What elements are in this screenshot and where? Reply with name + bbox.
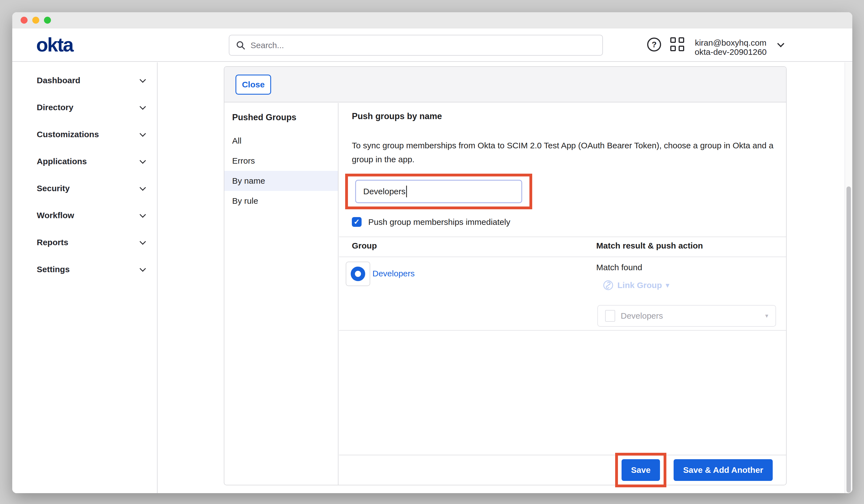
browser-window: okta ? kiran@boxyhq.com okta-dev-2090126… [12,12,852,493]
chevron-down-icon[interactable] [777,40,784,47]
minimize-window-icon[interactable] [32,17,39,24]
sidebar-item-reports[interactable]: Reports [12,229,157,256]
app-group-icon [605,310,615,322]
panel-header: Close [224,67,786,103]
pushed-groups-title: Pushed Groups [232,112,297,122]
chevron-down-icon [140,130,146,137]
pushed-groups-list: All Errors By name By rule [224,131,338,211]
sidebar-nav: Dashboard Directory Customizations Appli… [12,62,158,493]
push-groups-panel: Close Pushed Groups All Errors By name B… [224,66,787,485]
nav-item-by-rule[interactable]: By rule [224,191,338,211]
grid-square [670,46,676,51]
grid-square [679,37,684,43]
sidebar-item-customizations[interactable]: Customizations [12,121,157,148]
apps-grid-icon[interactable] [670,37,685,52]
app-body: Dashboard Directory Customizations Appli… [12,62,852,493]
push-immediately-label: Push group memberships immediately [368,217,510,227]
chevron-down-icon [140,76,146,83]
sidebar-item-label: Applications [37,157,87,166]
sidebar-item-security[interactable]: Security [12,175,157,202]
global-search[interactable] [229,35,603,56]
nav-item-errors[interactable]: Errors [224,151,338,171]
top-app-bar: okta ? kiran@boxyhq.com okta-dev-2090126… [12,28,852,62]
link-icon [603,280,613,290]
sidebar-item-label: Workflow [37,211,74,220]
sidebar-item-dashboard[interactable]: Dashboard [12,67,157,94]
scrollbar-thumb[interactable] [847,187,851,493]
pane-description: To sync group memberships from Okta to S… [352,139,778,166]
match-status: Match found [596,263,642,272]
annotation-box-input: Developers [345,174,532,209]
chevron-down-icon [140,238,146,244]
help-icon[interactable]: ? [647,38,661,51]
nav-item-by-name[interactable]: By name [224,171,338,191]
table-header-divider [339,256,786,257]
caret-down-icon: ▾ [666,281,669,289]
sidebar-item-applications[interactable]: Applications [12,148,157,175]
okta-group-icon [346,262,370,286]
annotation-box-save: Save [615,453,667,487]
table-top-divider [339,237,786,237]
window-titlebar [12,12,852,28]
row-bottom-divider [339,330,786,331]
target-group-dropdown[interactable]: Developers ▾ [597,305,776,327]
save-button[interactable]: Save [622,459,660,481]
user-menu[interactable]: kiran@boxyhq.com okta-dev-20901260 [690,38,771,57]
sidebar-item-label: Customizations [37,130,99,139]
pane-title: Push groups by name [352,111,442,121]
push-immediately-row: ✓ Push group memberships immediately [352,217,510,227]
save-add-another-button[interactable]: Save & Add Another [674,459,773,481]
column-header-group: Group [352,241,377,251]
search-icon [236,41,245,50]
pushed-groups-nav: Pushed Groups All Errors By name By rule [224,103,338,485]
chevron-down-icon [140,265,146,272]
sidebar-item-label: Security [37,184,70,193]
chevron-down-icon [140,184,146,191]
nav-item-all[interactable]: All [224,131,338,151]
link-group-label: Link Group [617,280,662,290]
grid-square [679,46,684,51]
caret-down-icon: ▾ [765,312,768,320]
user-org: okta-dev-20901260 [690,47,771,57]
okta-logo: okta [36,35,73,55]
group-link[interactable]: Developers [372,269,415,278]
push-immediately-checkbox[interactable]: ✓ [352,217,362,227]
panel-footer: Save Save & Add Another [339,455,786,485]
group-name-value: Developers [363,187,406,196]
sidebar-item-workflow[interactable]: Workflow [12,202,157,229]
vertical-scrollbar[interactable] [844,62,852,493]
target-group-value: Developers [621,311,760,321]
column-header-match: Match result & push action [596,241,703,251]
chevron-down-icon [140,211,146,218]
grid-square [670,37,676,43]
push-by-name-pane: Push groups by name To sync group member… [339,103,786,485]
text-cursor [406,185,407,197]
user-email: kiran@boxyhq.com [690,38,771,47]
close-button[interactable]: Close [236,75,271,95]
sidebar-item-label: Settings [37,265,70,274]
sidebar-item-label: Reports [37,238,68,247]
close-window-icon[interactable] [21,17,27,24]
search-input[interactable] [251,41,596,50]
sidebar-item-directory[interactable]: Directory [12,94,157,121]
sidebar-item-label: Directory [37,103,73,112]
group-name-input[interactable]: Developers [355,180,522,203]
chevron-down-icon [140,157,146,164]
sidebar-item-settings[interactable]: Settings [12,256,157,283]
screen: okta ? kiran@boxyhq.com okta-dev-2090126… [0,0,864,504]
chevron-down-icon [140,103,146,110]
link-group-button[interactable]: Link Group ▾ [603,280,669,290]
group-donut-icon [351,267,365,281]
sidebar-item-label: Dashboard [37,76,81,85]
zoom-window-icon[interactable] [44,17,51,24]
